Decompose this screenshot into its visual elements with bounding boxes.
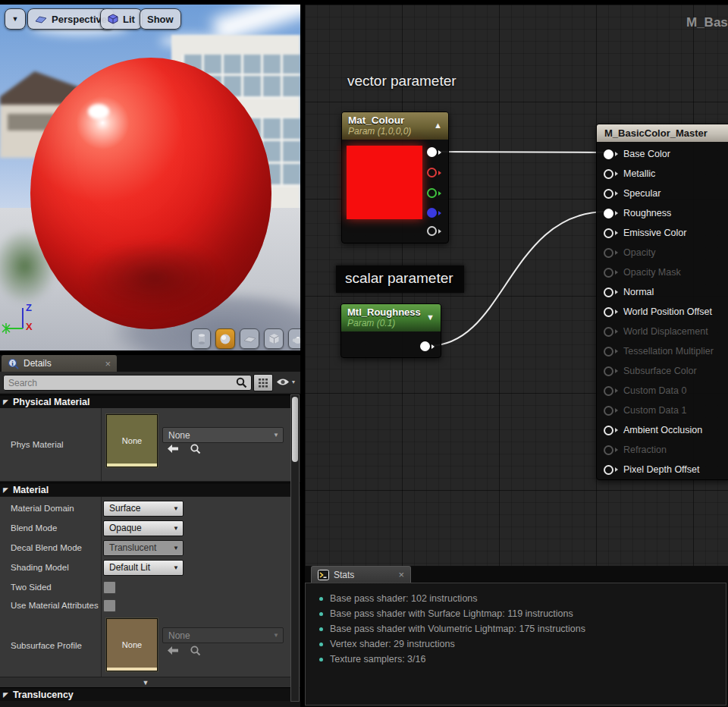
pin-arrow-icon: [438, 150, 441, 155]
material-input-pin-world-position-offset[interactable]: World Position Offset: [597, 302, 728, 322]
pin-icon: [604, 327, 613, 337]
phys-material-dropdown[interactable]: None ▼: [162, 427, 284, 443]
preview-shape-plane-button[interactable]: [240, 328, 259, 349]
node-mat-colour[interactable]: Mat_Colour Param (1,0,0,0) ▲: [341, 112, 449, 244]
chevron-down-icon: ▼: [273, 632, 283, 639]
wire-basecolor[interactable]: [435, 152, 607, 152]
material-input-pin-normal[interactable]: Normal: [597, 282, 728, 302]
node-header[interactable]: Mat_Colour Param (1,0,0,0) ▲: [342, 112, 448, 140]
two-sided-checkbox[interactable]: [103, 581, 116, 594]
pin-label: Subsurface Color: [623, 366, 697, 376]
property-matrix-button[interactable]: [253, 374, 273, 391]
output-pin-g[interactable]: [427, 188, 441, 198]
pin-label: Ambient Occlusion: [623, 425, 702, 435]
material-input-pin-opacity[interactable]: Opacity: [597, 243, 728, 262]
output-pin-value[interactable]: [420, 341, 435, 351]
material-input-pin-metallic[interactable]: Metallic: [597, 164, 728, 184]
use-selected-asset-button[interactable]: [167, 646, 179, 655]
phys-material-thumbnail[interactable]: None: [106, 414, 158, 467]
dropdown-shading-model[interactable]: Default Lit▼: [103, 560, 184, 576]
pin-icon: [604, 406, 613, 416]
material-input-pin-custom-data-0[interactable]: Custom Data 0: [597, 381, 728, 401]
output-pin-r[interactable]: [427, 168, 441, 178]
comment-vector-parameter[interactable]: vector parameter: [347, 73, 457, 90]
material-input-pin-base-color[interactable]: Base Color: [597, 144, 728, 164]
material-input-pin-emissive-color[interactable]: Emissive Color: [597, 223, 728, 243]
material-graph-panel[interactable]: M_Bas vector parameter Mat_Colour Param …: [305, 5, 728, 566]
browse-asset-button[interactable]: [190, 443, 201, 454]
pin-icon: [427, 147, 437, 157]
material-input-pin-custom-data-1[interactable]: Custom Data 1: [597, 401, 728, 420]
subsurface-profile-dropdown[interactable]: None ▼: [162, 627, 284, 643]
pin-label: Pixel Depth Offset: [623, 464, 700, 475]
pin-arrow-icon: [615, 388, 618, 393]
output-pin-rgba[interactable]: [427, 147, 441, 157]
material-input-pin-subsurface-color[interactable]: Subsurface Color: [597, 361, 728, 381]
material-input-pin-pixel-depth-offset[interactable]: Pixel Depth Offset: [597, 460, 728, 479]
viewport-options-dropdown[interactable]: ▼: [5, 8, 26, 30]
pin-arrow-icon: [438, 211, 441, 215]
preview-shape-cylinder-button[interactable]: [191, 328, 211, 349]
details-scrollbar[interactable]: [290, 394, 300, 702]
collapse-icon[interactable]: ▲: [434, 121, 442, 130]
output-pin-b[interactable]: [427, 208, 441, 218]
section-header-physical-material[interactable]: ◤ Physical Material: [0, 394, 300, 408]
node-master-material[interactable]: M_BasicColor_Master Base ColorMetallicSp…: [596, 124, 728, 480]
dropdown-decal-blend-mode[interactable]: Translucent▼: [103, 540, 184, 556]
node-subtitle: Param (1,0,0,0): [348, 126, 442, 137]
preview-shape-teapot-button[interactable]: [288, 328, 300, 349]
preview-shape-cube-button[interactable]: [264, 328, 284, 349]
material-input-pin-ambient-occlusion[interactable]: Ambient Occlusion: [597, 420, 728, 440]
material-row: Shading ModelDefault Lit▼: [0, 558, 291, 577]
comment-scalar-parameter[interactable]: scalar parameter: [336, 266, 464, 293]
pin-icon: [604, 426, 613, 435]
close-icon[interactable]: ×: [398, 570, 404, 580]
node-mtl-roughness[interactable]: Mtl_Roughness Param (0.1) ▼: [340, 303, 441, 358]
pin-label: Custom Data 1: [623, 405, 686, 416]
material-input-pin-world-displacement[interactable]: World Displacement: [597, 322, 728, 341]
search-input[interactable]: [7, 375, 230, 390]
close-icon[interactable]: ×: [105, 359, 111, 369]
pin-arrow-icon: [615, 349, 618, 354]
pin-arrow-icon: [615, 250, 618, 255]
pin-icon: [604, 209, 613, 218]
browse-asset-button[interactable]: [190, 645, 201, 656]
material-input-pin-refraction[interactable]: Refraction: [597, 440, 728, 460]
node-subtitle: Param (0.1): [347, 318, 435, 328]
color-swatch[interactable]: [347, 146, 422, 219]
dropdown-material-domain[interactable]: Surface▼: [103, 501, 184, 517]
tab-stats[interactable]: Stats ×: [311, 566, 411, 583]
show-advanced-expander[interactable]: ▼: [0, 677, 291, 688]
material-input-pin-opacity-mask[interactable]: Opacity Mask: [597, 262, 728, 282]
pin-label: World Position Offset: [623, 306, 712, 317]
tab-details[interactable]: i Details ×: [2, 355, 117, 372]
node-title[interactable]: M_BasicColor_Master: [597, 124, 728, 142]
section-header-material[interactable]: ◤ Material: [0, 482, 300, 496]
sphere-icon: [219, 333, 231, 345]
subsurface-profile-thumbnail[interactable]: None: [106, 618, 158, 671]
material-input-pin-roughness[interactable]: Roughness: [597, 203, 728, 223]
z-axis-label: Z: [26, 302, 32, 313]
section-header-translucency[interactable]: ◤ Translucency: [0, 687, 300, 701]
pin-icon: [604, 347, 613, 357]
lit-button[interactable]: Lit: [100, 8, 143, 30]
pin-icon: [420, 341, 430, 351]
perspective-icon: [35, 14, 47, 24]
use-selected-asset-button[interactable]: [167, 444, 179, 454]
pin-label: Refraction: [623, 445, 667, 455]
node-header[interactable]: Mtl_Roughness Param (0.1) ▼: [341, 304, 441, 332]
output-pin-a[interactable]: [427, 226, 441, 236]
preview-viewport[interactable]: ▼ Perspective Lit Show Z X: [0, 5, 300, 350]
preview-shape-sphere-button[interactable]: [215, 328, 235, 349]
use-material-attributes-checkbox[interactable]: [103, 599, 116, 612]
collapse-icon[interactable]: ▼: [426, 313, 435, 322]
pin-arrow-icon: [615, 171, 618, 176]
view-options-button[interactable]: ▼: [275, 374, 297, 390]
use-material-attributes-row: Use Material Attributes: [0, 597, 291, 614]
pin-arrow-icon: [615, 211, 618, 215]
show-button[interactable]: Show: [140, 8, 181, 30]
scrollbar-thumb[interactable]: [292, 397, 298, 462]
dropdown-blend-mode[interactable]: Opaque▼: [103, 520, 184, 536]
material-input-pin-specular[interactable]: Specular: [597, 184, 728, 203]
material-input-pin-tessellation-multiplier[interactable]: Tessellation Multiplier: [597, 341, 728, 361]
